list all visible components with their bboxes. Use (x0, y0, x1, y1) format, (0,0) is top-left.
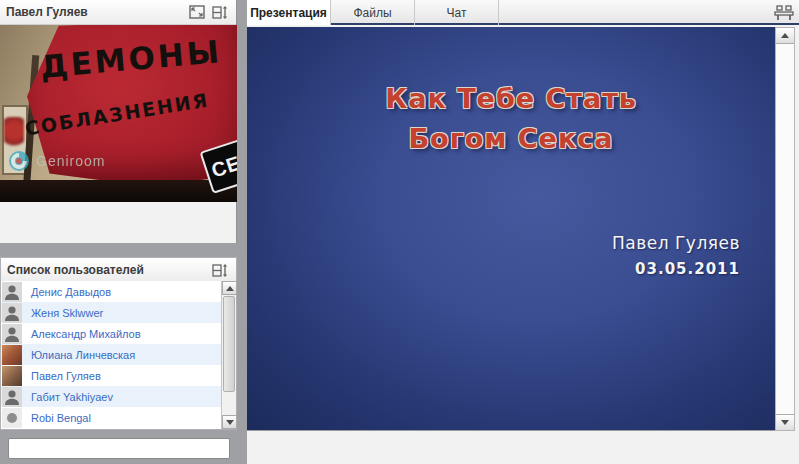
userlist-header: Список пользователей (1, 258, 236, 283)
triangle-down-icon (226, 420, 234, 425)
avatar (2, 303, 22, 323)
content-panel: Презентация Файлы Чат Как Тебе Стать Бог… (247, 0, 799, 464)
avatar (2, 345, 22, 365)
list-item[interactable]: Женя Sklwwer (1, 302, 221, 323)
userlist-panel-height-button[interactable] (210, 262, 230, 279)
layout-button[interactable] (769, 0, 799, 25)
person-icon (2, 303, 22, 323)
list-item[interactable]: Юлиана Линчевская (1, 344, 221, 365)
tab-bar: Презентация Файлы Чат (247, 0, 799, 25)
user-name: Александр Михайлов (31, 328, 141, 340)
slide-title-line2: Богом Секса (247, 119, 775, 159)
video-dark-strip (0, 180, 237, 202)
video-panel-header: Павел Гуляев (0, 0, 236, 25)
user-name: Денис Давыдов (31, 286, 111, 298)
slide-date: 03.05.2011 (612, 260, 740, 278)
slide-title: Как Тебе Стать Богом Секса (247, 79, 775, 159)
user-name: Robi Bengal (31, 412, 91, 424)
video-panel: Павел Гуляев (0, 0, 237, 243)
person-icon (2, 282, 22, 302)
userlist-panel: Список пользователей Денис Давыдов Женя … (0, 257, 237, 430)
slide-credit: Павел Гуляев 03.05.2011 (612, 233, 740, 278)
presentation-scrollbar[interactable] (775, 27, 795, 431)
fullscreen-icon (189, 5, 205, 19)
panel-height-icon (212, 5, 228, 20)
watermark-text: Geniroom (36, 153, 105, 169)
fullscreen-button[interactable] (187, 4, 207, 21)
userlist-scrollbar[interactable] (221, 281, 236, 429)
list-item[interactable]: Robi Bengal (1, 407, 221, 428)
scroll-up-button[interactable] (776, 28, 794, 44)
scrollbar-thumb[interactable] (223, 296, 235, 392)
avatar (2, 324, 22, 344)
geniroom-logo-icon (8, 150, 30, 172)
list-item[interactable]: Денис Давыдов (1, 281, 221, 302)
avatar (2, 366, 22, 386)
person-icon (2, 324, 22, 344)
user-name: Габит Yakhiyaev (31, 391, 113, 403)
slide-author: Павел Гуляев (612, 233, 740, 253)
slide-title-line1: Как Тебе Стать (247, 79, 775, 119)
message-input[interactable] (8, 438, 230, 459)
avatar (2, 408, 22, 428)
video-panel-title: Павел Гуляев (6, 5, 184, 19)
user-name: Женя Sklwwer (31, 307, 103, 319)
userlist-title: Список пользователей (7, 263, 207, 277)
presentation-slide: Как Тебе Стать Богом Секса Павел Гуляев … (247, 27, 775, 431)
webinar-app: Павел Гуляев (0, 0, 799, 464)
tab-files[interactable]: Файлы (331, 0, 415, 25)
list-item[interactable]: Павел Гуляев (1, 365, 221, 386)
sticker-text: СЕ (208, 151, 237, 182)
panel-height-button[interactable] (210, 4, 230, 21)
user-name: Павел Гуляев (31, 370, 101, 382)
tabbar-spacer (499, 0, 769, 25)
list-item[interactable]: Александр Михайлов (1, 323, 221, 344)
tab-presentation[interactable]: Презентация (247, 0, 331, 25)
user-list: Денис Давыдов Женя Sklwwer Александр Мих… (1, 281, 221, 429)
scroll-up-button[interactable] (222, 281, 237, 295)
scroll-down-button[interactable] (776, 414, 794, 430)
triangle-up-icon (226, 286, 234, 291)
user-name: Юлиана Линчевская (31, 349, 135, 361)
person-icon (2, 387, 22, 407)
avatar (2, 387, 22, 407)
triangle-down-icon (781, 420, 789, 425)
list-item[interactable]: Габит Yakhiyaev (1, 386, 221, 407)
triangle-up-icon (781, 33, 789, 38)
webcam-video: ДЕМОНЫ СОБЛАЗНЕНИЯ СЕ Geniroom (0, 25, 237, 202)
avatar (2, 282, 22, 302)
scroll-down-button[interactable] (222, 415, 237, 429)
tab-chat[interactable]: Чат (415, 0, 499, 25)
layout-icon (774, 5, 794, 21)
panel-height-icon (212, 263, 228, 278)
watermark: Geniroom (8, 150, 105, 172)
